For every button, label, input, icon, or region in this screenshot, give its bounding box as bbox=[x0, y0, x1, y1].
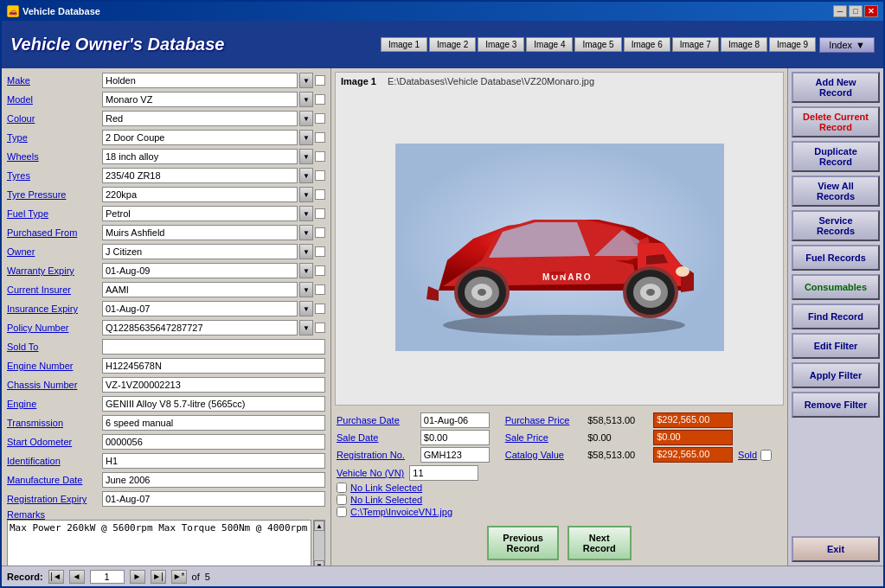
image-tab-5[interactable]: Image 5 bbox=[574, 37, 621, 52]
wheels-input[interactable] bbox=[102, 149, 298, 164]
apply-filter-button[interactable]: Apply Filter bbox=[792, 362, 880, 388]
tyres-checkbox[interactable] bbox=[315, 170, 325, 181]
wheels-dropdown[interactable]: ▼ bbox=[299, 149, 313, 164]
remove-filter-button[interactable]: Remove Filter bbox=[792, 392, 880, 418]
purchase-date-input[interactable] bbox=[420, 412, 490, 428]
current-insurer-checkbox[interactable] bbox=[315, 284, 325, 295]
close-button[interactable]: ✕ bbox=[864, 5, 878, 17]
colour-input[interactable] bbox=[102, 111, 298, 126]
manufacture-date-label[interactable]: Manufacture Date bbox=[7, 475, 102, 485]
model-dropdown[interactable]: ▼ bbox=[299, 92, 313, 107]
vehicle-no-input[interactable] bbox=[409, 465, 478, 481]
wheels-label[interactable]: Wheels bbox=[7, 151, 102, 162]
delete-record-button[interactable]: Delete CurrentRecord bbox=[792, 106, 880, 137]
owner-checkbox[interactable] bbox=[315, 246, 325, 257]
catalog-value-label[interactable]: Catalog Value bbox=[505, 450, 580, 460]
view-all-records-button[interactable]: View AllRecords bbox=[792, 176, 880, 207]
policy-number-dropdown[interactable]: ▼ bbox=[299, 320, 313, 336]
engine-input[interactable] bbox=[102, 396, 325, 412]
warranty-expiry-checkbox[interactable] bbox=[315, 265, 325, 276]
tyres-label[interactable]: Tyres bbox=[7, 170, 102, 181]
engine-number-input[interactable] bbox=[102, 358, 325, 374]
engine-label[interactable]: Engine bbox=[7, 399, 102, 409]
colour-label[interactable]: Colour bbox=[7, 113, 102, 124]
service-records-button[interactable]: ServiceRecords bbox=[792, 210, 880, 241]
remarks-scrollbar[interactable]: ▲ ▼ bbox=[313, 520, 325, 566]
record-new-button[interactable]: ►* bbox=[171, 570, 187, 584]
image-tab-9[interactable]: Image 9 bbox=[769, 37, 816, 52]
transmission-label[interactable]: Transmission bbox=[7, 418, 102, 428]
engine-number-label[interactable]: Engine Number bbox=[7, 361, 102, 371]
tyre-pressure-label[interactable]: Tyre Pressure bbox=[7, 189, 102, 200]
policy-number-label[interactable]: Policy Number bbox=[7, 323, 102, 333]
tyre-pressure-dropdown[interactable]: ▼ bbox=[299, 187, 313, 202]
warranty-expiry-label[interactable]: Warranty Expiry bbox=[7, 265, 102, 276]
type-checkbox[interactable] bbox=[315, 132, 325, 143]
purchased-from-input[interactable] bbox=[102, 225, 298, 240]
record-last-button[interactable]: ►| bbox=[151, 570, 166, 584]
record-next-button[interactable]: ► bbox=[130, 570, 145, 584]
tyre-pressure-checkbox[interactable] bbox=[315, 189, 325, 200]
tyre-pressure-input[interactable] bbox=[102, 187, 298, 202]
make-checkbox[interactable] bbox=[315, 75, 325, 86]
warranty-expiry-dropdown[interactable]: ▼ bbox=[299, 263, 313, 278]
index-button[interactable]: Index ▼ bbox=[819, 37, 875, 53]
purchased-from-label[interactable]: Purchased From bbox=[7, 227, 102, 238]
owner-dropdown[interactable]: ▼ bbox=[299, 244, 313, 259]
colour-checkbox[interactable] bbox=[315, 113, 325, 124]
record-prev-button[interactable]: ◄ bbox=[69, 570, 85, 584]
type-label[interactable]: Type bbox=[7, 132, 102, 143]
registration-no-input[interactable] bbox=[420, 447, 490, 463]
manufacture-date-input[interactable] bbox=[102, 472, 325, 488]
minimize-button[interactable]: ─ bbox=[833, 5, 847, 17]
owner-input[interactable] bbox=[102, 244, 298, 259]
tyres-input[interactable] bbox=[102, 168, 298, 183]
remarks-scroll-up[interactable]: ▲ bbox=[314, 521, 324, 531]
current-insurer-dropdown[interactable]: ▼ bbox=[299, 282, 313, 297]
sale-date-label[interactable]: Sale Date bbox=[337, 432, 415, 443]
type-dropdown[interactable]: ▼ bbox=[299, 130, 313, 145]
model-label[interactable]: Model bbox=[7, 94, 102, 105]
image-tab-1[interactable]: Image 1 bbox=[381, 37, 427, 52]
previous-record-button[interactable]: PreviousRecord bbox=[487, 526, 558, 560]
image-tab-4[interactable]: Image 4 bbox=[526, 37, 573, 52]
purchased-from-dropdown[interactable]: ▼ bbox=[299, 225, 313, 240]
model-checkbox[interactable] bbox=[315, 94, 325, 105]
link-3-label[interactable]: C:\Temp\InvoiceVN1.jpg bbox=[350, 507, 452, 517]
fuel-type-dropdown[interactable]: ▼ bbox=[299, 206, 313, 221]
add-new-record-button[interactable]: Add NewRecord bbox=[792, 72, 880, 103]
wheels-checkbox[interactable] bbox=[315, 151, 325, 162]
link-1-checkbox[interactable] bbox=[337, 483, 347, 493]
make-input[interactable] bbox=[102, 73, 298, 88]
sale-date-input[interactable] bbox=[420, 430, 490, 445]
link-3-checkbox[interactable] bbox=[337, 507, 347, 517]
model-input[interactable] bbox=[102, 92, 298, 107]
link-1-label[interactable]: No Link Selected bbox=[350, 483, 422, 493]
make-label[interactable]: Make bbox=[7, 75, 102, 86]
vehicle-no-label[interactable]: Vehicle No (VN) bbox=[337, 468, 404, 478]
image-tab-8[interactable]: Image 8 bbox=[721, 37, 767, 52]
identification-input[interactable] bbox=[102, 453, 325, 469]
make-dropdown[interactable]: ▼ bbox=[299, 73, 313, 88]
chassis-number-input[interactable] bbox=[102, 377, 325, 393]
link-2-checkbox[interactable] bbox=[337, 495, 347, 505]
duplicate-record-button[interactable]: DuplicateRecord bbox=[792, 141, 880, 172]
insurance-expiry-checkbox[interactable] bbox=[315, 304, 325, 314]
remarks-label[interactable]: Remarks bbox=[7, 509, 45, 520]
purchased-from-checkbox[interactable] bbox=[315, 227, 325, 238]
insurance-expiry-input[interactable] bbox=[102, 301, 298, 316]
edit-filter-button[interactable]: Edit Filter bbox=[792, 333, 880, 359]
chassis-number-label[interactable]: Chassis Number bbox=[7, 380, 102, 390]
image-tab-7[interactable]: Image 7 bbox=[672, 37, 719, 52]
identification-label[interactable]: Identification bbox=[7, 456, 102, 466]
sale-price-label[interactable]: Sale Price bbox=[505, 432, 580, 443]
fuel-type-input[interactable] bbox=[102, 206, 298, 221]
start-odometer-input[interactable] bbox=[102, 434, 325, 450]
fuel-type-label[interactable]: Fuel Type bbox=[7, 208, 102, 219]
record-number-input[interactable] bbox=[90, 570, 125, 584]
registration-no-label[interactable]: Registration No. bbox=[337, 450, 415, 460]
sold-to-label[interactable]: Sold To bbox=[7, 342, 102, 352]
insurance-expiry-label[interactable]: Insurance Expiry bbox=[7, 304, 102, 314]
type-input[interactable] bbox=[102, 130, 298, 145]
tyres-dropdown[interactable]: ▼ bbox=[299, 168, 313, 183]
